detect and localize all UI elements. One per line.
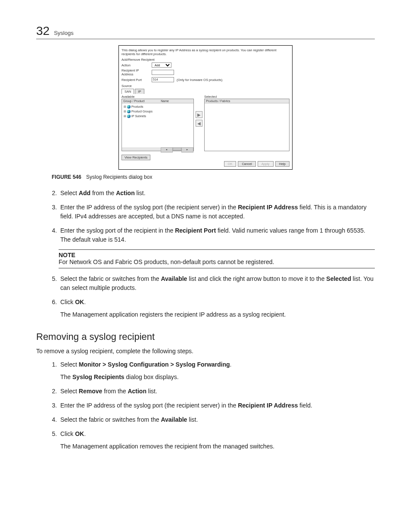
recipient-ip-input[interactable] [152, 70, 174, 75]
tree-node-products[interactable]: Products [124, 104, 192, 109]
selected-col-products: Products / Fabrics [206, 100, 230, 103]
apply-button[interactable]: Apply [258, 161, 274, 167]
tree-node-ip-subnets[interactable]: IP Subnets [124, 114, 192, 118]
step-4: Enter the syslog port of the recipient i… [59, 226, 375, 244]
rstep-5: Click OK. The Management application rem… [59, 429, 375, 451]
rstep-1: Select Monitor > Syslog Configuration > … [59, 360, 375, 382]
page-header: 32 Syslogs [36, 24, 375, 39]
figure-caption: FIGURE 546 Syslog Recipients dialog box [52, 174, 375, 180]
move-left-button[interactable]: ◀ [196, 120, 202, 127]
steps-part-b: Select the fabric or switches from the A… [36, 274, 375, 319]
port-hint: (Only for Ironware OS products) [177, 78, 222, 82]
chapter-title: Syslogs [54, 30, 74, 36]
action-select[interactable]: Add [152, 62, 171, 68]
syslog-recipients-dialog: This dialog allows you to register any I… [118, 45, 293, 170]
tab-san[interactable]: SAN [121, 89, 134, 94]
source-label: Source [121, 84, 290, 88]
rstep-4: Select the fabric or switches from the A… [59, 415, 375, 424]
rstep-1-sub: The Syslog Recipients dialog box display… [60, 373, 375, 382]
section-intro: To remove a syslog recipient, complete t… [36, 347, 375, 356]
note-label: NOTE [59, 252, 375, 258]
dialog-description: This dialog allows you to register any I… [121, 48, 290, 56]
steps-part-a: Select Add from the Action list. Enter t… [36, 189, 375, 244]
available-col-name: Name [161, 100, 192, 103]
scroll-left-icon[interactable]: ◂ [161, 147, 173, 152]
action-label: Action [121, 63, 149, 67]
ok-button[interactable]: OK [224, 161, 237, 167]
note-block: NOTE For Network OS and Fabric OS produc… [59, 249, 375, 268]
step-3: Enter the IP address of the syslog port … [59, 203, 375, 221]
rstep-3: Enter the IP address of the syslog port … [59, 401, 375, 410]
selected-title: Selected [204, 95, 290, 99]
cancel-button[interactable]: Cancel [238, 161, 255, 167]
tab-ip[interactable]: IP [135, 89, 144, 94]
step-6: Click OK. The Management application reg… [59, 298, 375, 319]
rstep-5-sub: The Management application removes the r… [60, 442, 375, 451]
step-6-sub: The Management application registers the… [60, 310, 375, 319]
scroll-right-icon[interactable]: ▸ [181, 147, 193, 152]
available-title: Available [121, 95, 194, 99]
available-col-group: Group / Product [123, 100, 161, 103]
rstep-2: Select Remove from the Action list. [59, 387, 375, 396]
recipient-ip-label: Recipient IP Address [121, 68, 149, 76]
figure-label: FIGURE 546 [52, 174, 81, 180]
figure-text: Syslog Recipients dialog box [86, 174, 152, 180]
recipient-port-label: Recipient Port [121, 78, 149, 82]
section-heading-removing: Removing a syslog recipient [36, 331, 375, 342]
chapter-number: 32 [36, 24, 50, 38]
tree-node-product-groups[interactable]: Product Groups [124, 109, 192, 114]
view-recipients-button[interactable]: View Recipients [121, 155, 150, 160]
steps-removing: Select Monitor > Syslog Configuration > … [36, 360, 375, 451]
step-2: Select Add from the Action list. [59, 189, 375, 198]
available-scrollbar[interactable]: ◂ ▸ [122, 147, 193, 151]
note-text: For Network OS and Fabric OS products, n… [59, 258, 274, 265]
help-button[interactable]: Help [275, 161, 290, 167]
addremove-label: Add/Remove Recipient [121, 58, 290, 62]
selected-pane: Products / Fabrics [204, 99, 290, 151]
available-pane: Group / Product Name Products Product Gr… [121, 99, 194, 151]
step-5: Select the fabric or switches from the A… [59, 274, 375, 292]
move-right-button[interactable]: ▶ [196, 111, 202, 118]
recipient-port-input[interactable]: 514 [152, 77, 174, 82]
